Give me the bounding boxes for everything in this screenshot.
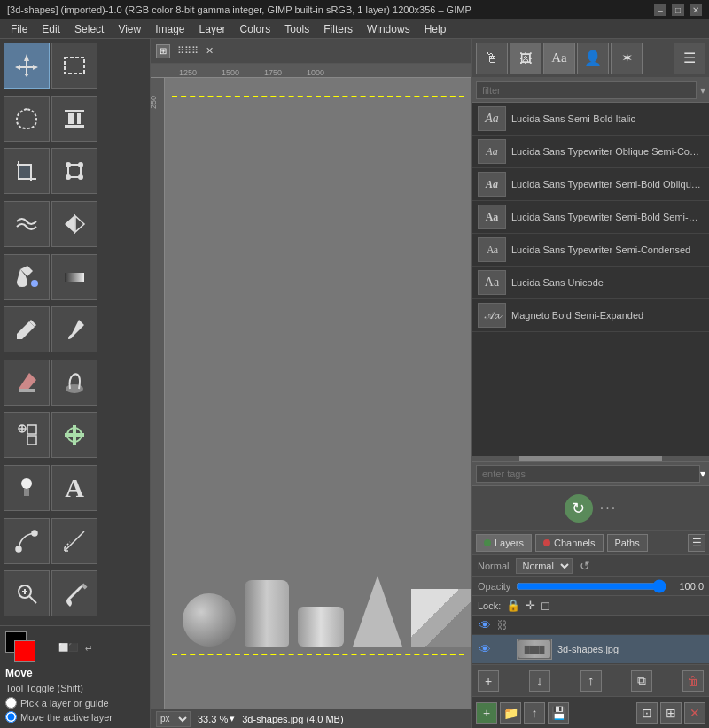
rectangle-select-tool[interactable] bbox=[51, 43, 97, 89]
font-filter-input[interactable] bbox=[476, 81, 697, 99]
tags-input[interactable] bbox=[476, 465, 700, 483]
move-layer-down-btn[interactable]: ↓ bbox=[529, 670, 550, 692]
measure-tool[interactable] bbox=[51, 518, 97, 564]
move-tool[interactable] bbox=[4, 43, 50, 89]
tags-dropdown-arrow[interactable]: ▾ bbox=[700, 468, 705, 480]
layer-thumb-0: ████ bbox=[517, 639, 552, 660]
zoom-window-btn[interactable]: ⊞ bbox=[660, 702, 682, 724]
channels-tab[interactable]: Channels bbox=[535, 534, 603, 552]
font-name-2: Lucida Sans Typewriter Semi-Bold Oblique… bbox=[511, 179, 704, 190]
close-button[interactable]: ✕ bbox=[690, 4, 702, 16]
brush-panel-btn[interactable]: ✶ bbox=[611, 43, 643, 74]
font-name-5: Lucida Sans Unicode bbox=[511, 277, 604, 288]
maximize-button[interactable]: □ bbox=[672, 4, 684, 16]
eraser-tool[interactable] bbox=[4, 360, 50, 406]
layers-tab[interactable]: Layers bbox=[476, 534, 532, 552]
align-tool[interactable] bbox=[51, 96, 97, 142]
font-row-6[interactable]: 𝒜𝓪 Magneto Bold Semi-Expanded bbox=[472, 299, 709, 332]
menu-item-file[interactable]: File bbox=[4, 21, 35, 37]
menu-item-help[interactable]: Help bbox=[417, 21, 454, 37]
blend-tool[interactable] bbox=[51, 254, 97, 300]
fit-window-btn[interactable]: ⊡ bbox=[636, 702, 658, 724]
pick-layer-radio[interactable] bbox=[5, 697, 17, 709]
transform-tool[interactable] bbox=[51, 148, 97, 194]
menu-bar: FileEditSelectViewImageLayerColorsToolsF… bbox=[0, 19, 709, 39]
open-image-btn[interactable]: 📁 bbox=[500, 702, 521, 724]
export-btn[interactable]: ↑ bbox=[524, 702, 545, 724]
layer-eye-btn[interactable]: 👁 bbox=[478, 642, 492, 656]
pointer-panel-btn[interactable]: 🖱 bbox=[476, 43, 508, 74]
lock-pos-btn[interactable]: ✛ bbox=[526, 599, 535, 612]
paths-tab[interactable]: Paths bbox=[607, 534, 648, 552]
panel-menu-btn[interactable]: ☰ bbox=[674, 43, 705, 74]
crop-tool[interactable] bbox=[4, 148, 50, 194]
flip-tool[interactable] bbox=[51, 201, 97, 247]
menu-item-view[interactable]: View bbox=[111, 21, 148, 37]
opacity-label: Opacity bbox=[478, 581, 510, 592]
menu-item-select[interactable]: Select bbox=[67, 21, 111, 37]
text-panel-btn[interactable]: Aa bbox=[543, 43, 575, 74]
menu-item-colors[interactable]: Colors bbox=[233, 21, 278, 37]
canvas-close-btn[interactable]: ✕ bbox=[206, 45, 214, 57]
font-row-3[interactable]: Aa Lucida Sans Typewriter Semi-Bold Semi… bbox=[472, 201, 709, 234]
unit-select[interactable]: px mm cm in bbox=[156, 711, 191, 727]
layer-vis-btn[interactable]: 👁 bbox=[478, 618, 492, 632]
warp-transform-tool[interactable] bbox=[4, 201, 50, 247]
move-active-layer-radio[interactable] bbox=[5, 711, 17, 723]
menu-item-layer[interactable]: Layer bbox=[192, 21, 233, 37]
canvas-toolbar-icon[interactable]: ⊞ bbox=[156, 44, 170, 58]
zoom-value: 33.3 % bbox=[198, 714, 228, 724]
shapes-display bbox=[174, 549, 463, 655]
mode-reset-btn[interactable]: ↺ bbox=[580, 559, 590, 573]
layers-panel-menu[interactable]: ☰ bbox=[688, 534, 705, 552]
clone-tool[interactable] bbox=[4, 412, 50, 458]
move-layer-up-btn[interactable]: ↑ bbox=[580, 670, 602, 692]
portrait-panel-btn[interactable]: 👤 bbox=[577, 43, 609, 74]
background-color[interactable] bbox=[14, 640, 35, 662]
opacity-slider[interactable] bbox=[516, 582, 666, 591]
window-controls[interactable]: – □ ✕ bbox=[654, 4, 702, 16]
close-image-btn[interactable]: ✕ bbox=[684, 702, 705, 724]
pencil-tool[interactable] bbox=[4, 306, 50, 352]
font-row-1[interactable]: Aa Lucida Sans Typewriter Oblique Semi-C… bbox=[472, 136, 709, 168]
font-row-0[interactable]: Aa Lucida Sans Semi-Bold Italic bbox=[472, 103, 709, 136]
dodge-burn-tool[interactable] bbox=[4, 465, 50, 511]
filter-dropdown-arrow[interactable]: ▾ bbox=[700, 84, 705, 97]
menu-item-tools[interactable]: Tools bbox=[277, 21, 316, 37]
convolve-tool[interactable] bbox=[51, 360, 97, 406]
mode-select[interactable]: Normal Multiply Screen Overlay bbox=[516, 558, 573, 574]
duplicate-layer-btn[interactable]: ⧉ bbox=[631, 670, 652, 692]
minimize-button[interactable]: – bbox=[654, 4, 666, 16]
paint-bucket-tool[interactable] bbox=[4, 254, 50, 300]
ruler-mark-1500: 1500 bbox=[222, 68, 239, 77]
color-picker-tool[interactable] bbox=[51, 570, 97, 616]
font-list[interactable]: Aa Lucida Sans Semi-Bold Italic Aa Lucid… bbox=[472, 103, 709, 456]
free-select-tool[interactable] bbox=[4, 96, 50, 142]
paintbrush-tool[interactable] bbox=[51, 306, 97, 352]
menu-item-windows[interactable]: Windows bbox=[360, 21, 417, 37]
new-image-btn[interactable]: + bbox=[476, 702, 497, 724]
refresh-button[interactable]: ↻ bbox=[565, 494, 593, 523]
menu-item-image[interactable]: Image bbox=[148, 21, 191, 37]
font-row-5[interactable]: Aa Lucida Sans Unicode bbox=[472, 267, 709, 299]
heal-tool[interactable] bbox=[51, 412, 97, 458]
layer-row-0[interactable]: 👁 ████ 3d-shapes.jpg bbox=[472, 635, 709, 664]
paths-tool[interactable] bbox=[4, 518, 50, 564]
menu-item-edit[interactable]: Edit bbox=[35, 21, 67, 37]
lock-pixels-btn[interactable]: 🔒 bbox=[506, 599, 520, 612]
ruler-mark-1000: 1000 bbox=[307, 68, 324, 77]
layer-chain-btn[interactable]: ⛓ bbox=[495, 618, 510, 632]
menu-item-filters[interactable]: Filters bbox=[316, 21, 360, 37]
zoom-dropdown[interactable]: ▾ bbox=[230, 713, 235, 724]
canvas-content[interactable] bbox=[165, 78, 471, 709]
delete-layer-btn[interactable]: 🗑 bbox=[682, 670, 704, 692]
font-row-4[interactable]: Aa Lucida Sans Typewriter Semi-Condensed bbox=[472, 234, 709, 267]
font-row-2[interactable]: Aa Lucida Sans Typewriter Semi-Bold Obli… bbox=[472, 168, 709, 201]
lock-alpha-btn[interactable]: ◻ bbox=[541, 599, 550, 612]
overwrite-btn[interactable]: 💾 bbox=[548, 702, 569, 724]
text-tool[interactable]: A bbox=[51, 465, 97, 511]
new-layer-btn[interactable]: + bbox=[478, 670, 499, 692]
zoom-tool[interactable] bbox=[4, 570, 50, 616]
move-layer-label: Move the active layer bbox=[20, 712, 113, 723]
image-panel-btn[interactable]: 🖼 bbox=[510, 43, 541, 74]
